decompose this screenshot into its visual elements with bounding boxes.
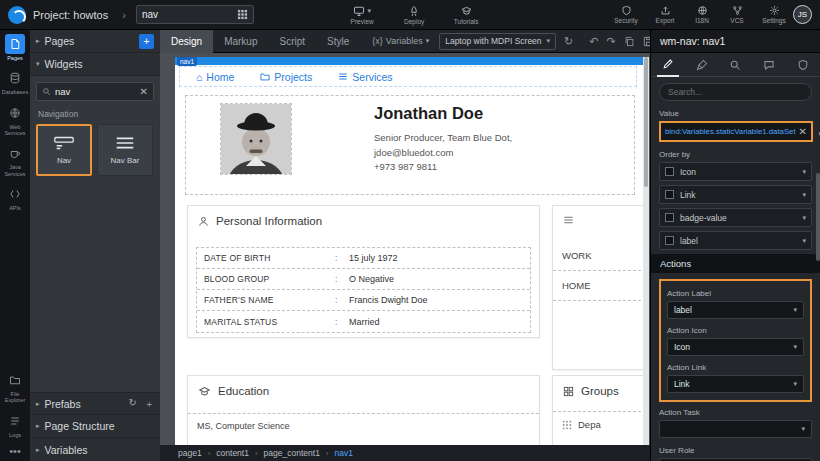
table-row[interactable]: BLOOD GROUP : O Negative	[197, 269, 530, 290]
groups-row[interactable]: Depa	[553, 411, 643, 437]
checkbox[interactable]	[665, 236, 674, 245]
chevron-down-icon[interactable]: ▾	[802, 214, 806, 222]
device-selector[interactable]: Laptop with MDPI Screen ▾	[439, 33, 556, 50]
table-row[interactable]: MARITAL STATUS : Married	[197, 311, 530, 332]
chevron-down-icon[interactable]: ▾	[802, 237, 806, 245]
tab-design[interactable]: Design	[160, 30, 213, 53]
sidebar-item-java-services[interactable]: Java Services	[0, 143, 30, 177]
breadcrumb-page1[interactable]: page1	[178, 448, 202, 458]
properties-tab-style[interactable]	[691, 53, 713, 77]
app-grid-icon[interactable]	[237, 9, 248, 20]
tab-style[interactable]: Style	[316, 30, 360, 53]
copy-page-icon[interactable]	[624, 36, 635, 47]
tutorials-button[interactable]: Tutorials	[449, 5, 483, 25]
chevron-down-icon[interactable]: ▾	[802, 191, 806, 199]
more-options-icon[interactable]: •••	[9, 445, 21, 457]
action-label-select[interactable]: label ▾	[667, 301, 804, 319]
page-preview[interactable]: nav1 ⌂ Home Projects Services	[175, 57, 643, 445]
user-avatar[interactable]: JS	[793, 5, 812, 24]
sidebar-item-apis[interactable]: APIs	[0, 184, 30, 211]
personal-info-panel[interactable]: Personal Information DATE OF BIRTH : 15 …	[187, 205, 540, 338]
undo-icon[interactable]: ↶	[589, 35, 598, 48]
breadcrumb-nav1[interactable]: nav1	[335, 448, 353, 458]
widget-tile-navbar[interactable]: Nav Bar	[97, 124, 153, 176]
properties-tab-security[interactable]	[792, 53, 814, 77]
quick-nav-field[interactable]	[142, 9, 237, 20]
sidebar-item-web-services[interactable]: Web Services	[0, 103, 30, 137]
prefabs-section-header[interactable]: ▸ Prefabs ↻ ＋	[30, 392, 160, 415]
refresh-prefabs-icon[interactable]: ↻	[129, 397, 137, 411]
preview-monitor-icon	[353, 5, 365, 17]
preview-button[interactable]: ▾ Preview	[345, 5, 379, 25]
tab-script[interactable]: Script	[269, 30, 317, 53]
selected-widget-highlight[interactable]	[175, 57, 643, 65]
properties-tab-edit[interactable]	[657, 53, 679, 77]
action-link-select[interactable]: Link ▾	[667, 375, 804, 393]
panel-scrollbar[interactable]	[816, 173, 820, 261]
table-row[interactable]: DATE OF BIRTH : 15 july 1972	[197, 248, 530, 269]
property-search-box[interactable]	[659, 83, 812, 101]
properties-tab-search[interactable]	[724, 53, 746, 77]
education-panel[interactable]: Education MS, Computer Science	[187, 375, 540, 445]
widget-tile-nav[interactable]: Nav	[36, 124, 92, 176]
profile-section[interactable]: Jonathan Doe Senior Producer, Team Blue …	[185, 95, 635, 195]
checkbox[interactable]	[665, 190, 674, 199]
checkbox[interactable]	[665, 167, 674, 176]
chevron-down-icon[interactable]: ▾	[802, 168, 806, 176]
nav-item-services[interactable]: Services	[338, 71, 392, 83]
globe-icon	[697, 5, 708, 16]
nav-widget[interactable]: ⌂ Home Projects Services	[179, 66, 637, 87]
deploy-button[interactable]: Deploy	[397, 5, 431, 25]
action-task-select[interactable]: ▾	[659, 420, 812, 438]
wavemaker-logo-icon[interactable]	[8, 6, 26, 24]
clear-search-icon[interactable]: ✕	[140, 86, 148, 97]
order-by-item-label[interactable]: label ▾	[659, 231, 812, 250]
order-by-item-badge-value[interactable]: badge-value ▾	[659, 208, 812, 227]
widget-search-input[interactable]	[55, 86, 140, 97]
add-page-button[interactable]: +	[139, 34, 154, 49]
contact-row[interactable]: WORK	[553, 241, 643, 271]
add-prefab-icon[interactable]: ＋	[144, 397, 154, 411]
sidebar-item-file-explorer[interactable]: File Explorer	[0, 370, 30, 404]
vcs-button[interactable]: VCS	[725, 5, 749, 24]
checkbox[interactable]	[665, 213, 674, 222]
variables-button[interactable]: {x} Variables ▾	[372, 36, 429, 46]
page-structure-section-header[interactable]: ▸ Page Structure	[30, 415, 160, 438]
profile-photo[interactable]	[221, 104, 291, 174]
security-button[interactable]: Security	[611, 5, 641, 24]
order-by-item-link[interactable]: Link ▾	[659, 185, 812, 204]
export-button[interactable]: Export	[651, 5, 679, 24]
table-row[interactable]: FATHER'S NAME : Francis Dwight Doe	[197, 290, 530, 311]
canvas-scrollbar[interactable]	[643, 57, 649, 445]
breadcrumb-content1[interactable]: content1	[216, 448, 249, 458]
tab-markup[interactable]: Markup	[213, 30, 268, 53]
action-icon-select[interactable]: Icon ▾	[667, 338, 804, 356]
rotate-device-icon[interactable]: ↻	[564, 35, 573, 48]
contact-panel[interactable]: WORK HOME	[552, 205, 643, 370]
sidebar-item-pages[interactable]: Pages	[0, 34, 30, 61]
sidebar-item-databases[interactable]: Databases	[0, 68, 30, 95]
sidebar-item-logs[interactable]: Logs	[0, 411, 30, 438]
widget-search-box[interactable]: ✕	[36, 82, 154, 101]
groups-panel[interactable]: Groups Depa	[552, 375, 643, 445]
value-binding-field[interactable]: bind:Variables.staticVariable1.dataSet ✕	[659, 121, 813, 142]
nav-item-home[interactable]: ⌂ Home	[196, 71, 234, 83]
design-canvas[interactable]: nav1 ⌂ Home Projects Services	[160, 53, 650, 461]
personal-info-table[interactable]: DATE OF BIRTH : 15 july 1972 BLOOD GROUP…	[196, 247, 531, 333]
i18n-button[interactable]: I18N	[689, 5, 715, 24]
widgets-section-header[interactable]: ▾ Widgets	[30, 53, 160, 76]
redo-icon[interactable]: ↷	[607, 35, 616, 48]
user-role-label: User Role	[659, 446, 812, 455]
contact-row[interactable]: HOME	[553, 271, 643, 301]
variables-section-header[interactable]: ▸ Variables	[30, 438, 160, 461]
clear-binding-icon[interactable]: ✕	[799, 126, 807, 137]
settings-button[interactable]: Settings	[759, 5, 789, 24]
pages-section-header[interactable]: ▸ Pages +	[30, 30, 160, 53]
properties-tab-events[interactable]	[758, 53, 780, 77]
nav-item-projects[interactable]: Projects	[260, 71, 312, 83]
quick-nav-input[interactable]	[136, 5, 254, 24]
education-row[interactable]: MS, Computer Science	[188, 413, 539, 437]
property-search-input[interactable]	[668, 87, 803, 97]
order-by-item-icon[interactable]: Icon ▾	[659, 162, 812, 181]
breadcrumb-page-content1[interactable]: page_content1	[264, 448, 320, 458]
